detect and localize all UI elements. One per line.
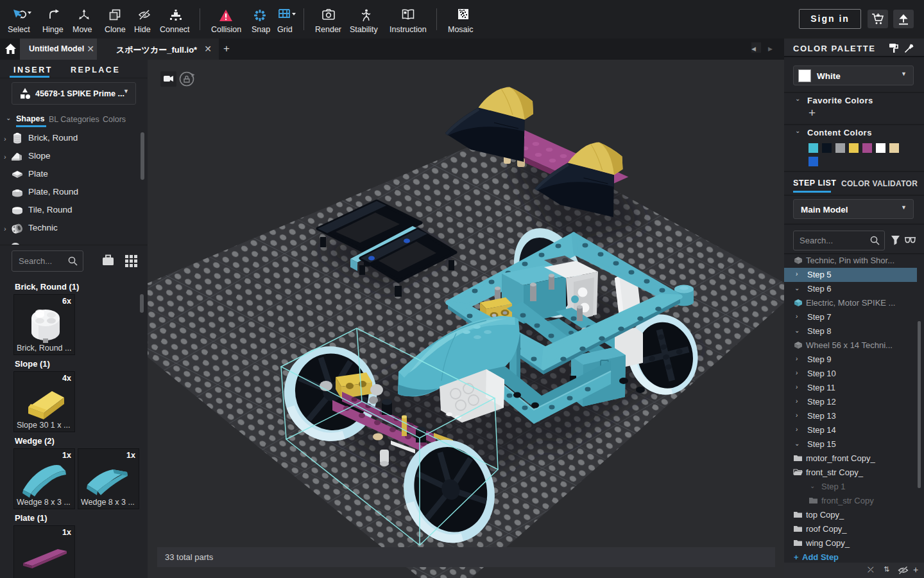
svg-text:33 total parts: 33 total parts bbox=[165, 552, 214, 562]
